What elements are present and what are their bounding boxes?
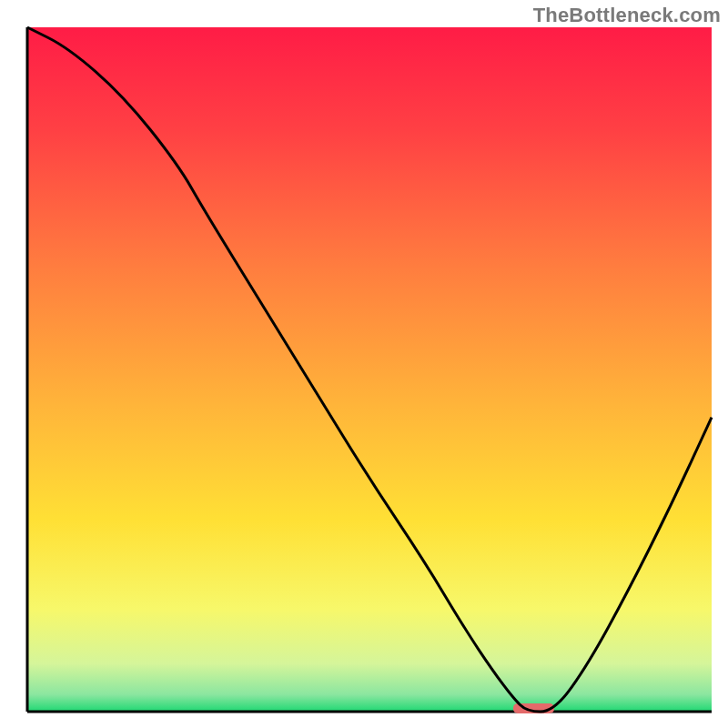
watermark-text: TheBottleneck.com	[533, 4, 721, 27]
bottleneck-chart	[0, 0, 728, 728]
chart-frame: TheBottleneck.com	[0, 0, 728, 728]
plot-background	[27, 27, 712, 712]
